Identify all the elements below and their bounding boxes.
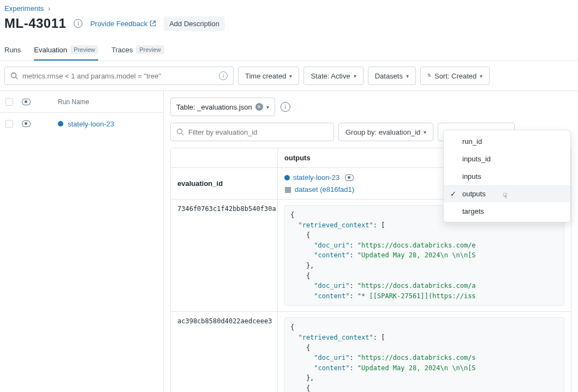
- run-link[interactable]: stately-loon-23: [68, 120, 114, 128]
- tab-runs[interactable]: Runs: [4, 41, 21, 61]
- tab-traces[interactable]: Traces Preview: [111, 41, 164, 61]
- cursor-icon: ☟: [503, 191, 508, 200]
- dropdown-item-targets[interactable]: targets: [444, 202, 570, 220]
- svg-point-0: [11, 73, 16, 78]
- visibility-icon[interactable]: [345, 174, 354, 181]
- run-status-dot: [58, 121, 63, 126]
- dropdown-item-run-id[interactable]: run_id: [444, 132, 570, 150]
- datasets-filter[interactable]: Datasets▾: [368, 67, 416, 85]
- dropdown-item-inputs[interactable]: inputs: [444, 167, 570, 185]
- compare-dropdown: run_id inputs_id inputs outputs targets: [443, 130, 571, 222]
- visibility-icon[interactable]: [22, 120, 31, 127]
- chevron-right-icon: ›: [48, 5, 50, 13]
- search-icon: [176, 128, 184, 136]
- sort-button[interactable]: ⇅ Sort: Created▾: [420, 67, 490, 85]
- run-status-dot: [284, 175, 290, 180]
- info-icon[interactable]: i: [74, 19, 82, 28]
- breadcrumb-experiments[interactable]: Experiments: [4, 4, 44, 13]
- search-icon: [10, 72, 18, 80]
- state-filter[interactable]: State: Active▾: [303, 67, 363, 85]
- time-created-filter[interactable]: Time created▾: [238, 67, 299, 85]
- info-icon[interactable]: i: [219, 71, 228, 80]
- info-icon[interactable]: i: [281, 102, 290, 112]
- table-selector[interactable]: Table: _evaluations.json ✕ ▾: [170, 98, 275, 116]
- filter-eval-input[interactable]: [188, 128, 328, 136]
- filter-eval-wrap[interactable]: [170, 123, 334, 141]
- group-by-button[interactable]: Group by: evaluation_id▾: [338, 123, 433, 141]
- eval-id-cell: 7346f0763c1f42bb8b540f30a: [171, 200, 278, 311]
- visibility-icon[interactable]: [22, 99, 31, 105]
- run-link[interactable]: stately-loon-23: [293, 173, 339, 182]
- clear-icon[interactable]: ✕: [255, 103, 263, 111]
- preview-badge: Preview: [70, 45, 98, 54]
- tab-evaluation[interactable]: Evaluation Preview: [34, 41, 98, 61]
- runs-panel: Run Name stately-loon-23: [0, 91, 164, 392]
- dataset-link[interactable]: dataset (e816fad1): [295, 185, 354, 194]
- select-all-checkbox[interactable]: [5, 98, 13, 106]
- breadcrumb: Experiments ›: [4, 4, 574, 13]
- page-title: ML-43011: [4, 16, 66, 31]
- svg-point-1: [177, 129, 182, 134]
- search-input[interactable]: [22, 72, 214, 80]
- col-header-eval-id: evaluation_id: [171, 168, 278, 199]
- col-header-blank: [171, 148, 278, 167]
- dataset-icon: ▦: [284, 185, 291, 194]
- eval-id-cell: ac398cb8580d4022aedceee3: [171, 312, 278, 392]
- preview-badge: Preview: [136, 45, 164, 54]
- provide-feedback-link[interactable]: Provide Feedback: [90, 20, 156, 28]
- search-input-wrap[interactable]: i: [4, 67, 234, 85]
- run-name-header: Run Name: [58, 98, 89, 106]
- sort-icon: ⇅: [427, 75, 431, 77]
- run-checkbox[interactable]: [5, 120, 13, 128]
- json-output: { "retrieved_context": [ { "doc_uri": "h…: [284, 317, 564, 392]
- dropdown-item-inputs-id[interactable]: inputs_id: [444, 150, 570, 167]
- tabs: Runs Evaluation Preview Traces Preview: [0, 41, 578, 61]
- external-link-icon: [150, 20, 156, 27]
- add-description-button[interactable]: Add Description: [164, 16, 225, 31]
- run-row[interactable]: stately-loon-23: [0, 113, 163, 135]
- table-row: ac398cb8580d4022aedceee3 { "retrieved_co…: [171, 312, 571, 392]
